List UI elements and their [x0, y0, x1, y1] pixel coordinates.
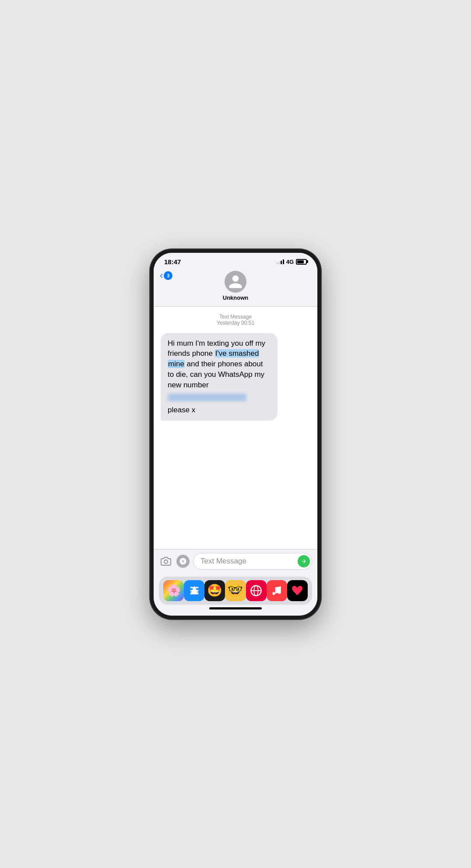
signal-bar-4	[283, 259, 284, 264]
chevron-left-icon: ‹	[160, 271, 163, 280]
message-input-placeholder: Text Message	[200, 557, 246, 566]
dock-app-browser[interactable]	[246, 580, 267, 601]
dock-app-photos[interactable]: 🌸	[163, 580, 184, 601]
message-area: Text Message Yesterday 00:51 Hi mum I'm …	[154, 307, 317, 549]
signal-bar-3	[281, 261, 282, 264]
message-bubble-container: Hi mum I'm texting you off my friends ph…	[161, 333, 310, 421]
signal-bars-icon	[276, 259, 284, 264]
message-bubble: Hi mum I'm texting you off my friends ph…	[161, 333, 278, 421]
nav-bar: ‹ 3 Unknown	[154, 267, 317, 307]
camera-button[interactable]	[159, 554, 173, 568]
home-indicator	[209, 607, 262, 609]
highlighted-text-2: mine	[168, 360, 185, 368]
status-time: 18:47	[164, 258, 181, 266]
appstore-button[interactable]	[176, 555, 190, 568]
network-type: 4G	[286, 259, 294, 265]
app-dock: 🌸 🤩 🤓	[159, 577, 312, 605]
message-ending: please x	[168, 406, 195, 414]
back-badge-count: 3	[164, 271, 172, 280]
input-area: Text Message	[154, 549, 317, 573]
send-button[interactable]	[298, 555, 310, 567]
battery-fill	[297, 260, 304, 263]
contact-name: Unknown	[223, 294, 249, 301]
signal-bar-2	[278, 262, 280, 264]
contact-avatar	[225, 271, 246, 293]
message-input-container[interactable]: Text Message	[193, 553, 312, 570]
dock-app-music[interactable]	[267, 580, 287, 601]
blurred-phone-number	[168, 393, 246, 401]
highlighted-text-1: I've smashed	[215, 349, 260, 358]
svg-point-0	[164, 560, 168, 563]
status-bar: 18:47 4G	[154, 253, 317, 267]
battery-icon	[296, 259, 307, 265]
signal-bar-1	[276, 262, 278, 264]
dock-app-memoji[interactable]: 🤩	[204, 580, 225, 601]
person-icon	[228, 274, 243, 290]
status-icons: 4G	[276, 259, 307, 265]
message-type-label: Text Message	[161, 314, 310, 320]
dock-app-heart[interactable]	[287, 580, 308, 601]
back-button[interactable]: ‹ 3	[160, 271, 172, 280]
dock-area: 🌸 🤩 🤓	[154, 573, 317, 616]
message-timestamp: Yesterday 00:51	[161, 320, 310, 326]
message-meta: Text Message Yesterday 00:51	[161, 314, 310, 326]
phone-frame: 18:47 4G ‹ 3 Unknown	[150, 249, 321, 619]
dock-app-appstore[interactable]	[184, 580, 204, 601]
dock-app-emoji[interactable]: 🤓	[225, 580, 246, 601]
